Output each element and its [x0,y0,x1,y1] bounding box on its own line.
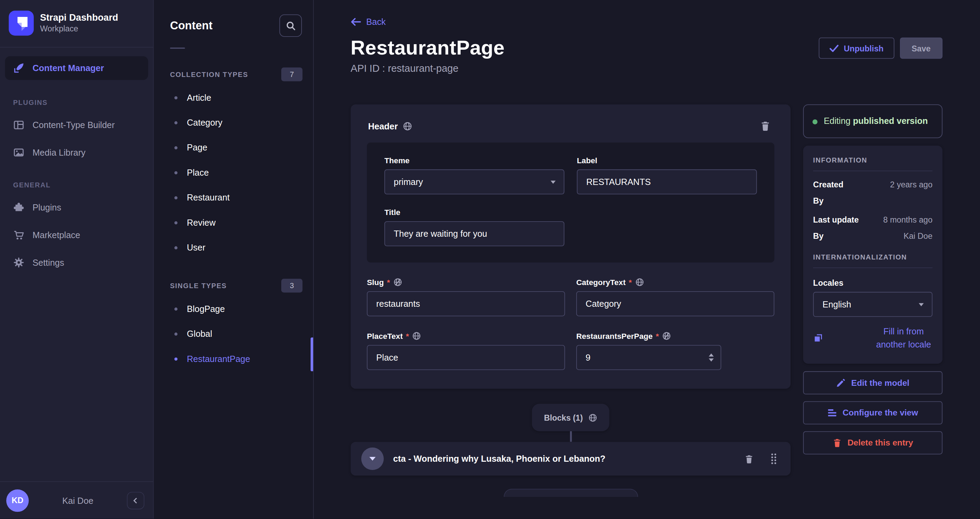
locale-select[interactable]: English [813,291,932,317]
subnav-item-blogpage[interactable]: BlogPage [154,296,313,321]
subnav-item-place[interactable]: Place [154,160,313,185]
single-types-list: BlogPage Global RestaurantPage [154,296,313,371]
single-types-label: SINGLE TYPES [170,282,227,290]
back-link[interactable]: Back [351,17,386,27]
sidebar-item-media-library[interactable]: Media Library [5,141,148,165]
sidebar-item-label: Plugins [32,202,61,213]
nav-footer: KD Kai Doe [0,481,153,519]
theme-select[interactable]: primary [384,169,565,194]
nav-divider [0,47,153,48]
number-stepper-icon[interactable] [709,353,714,361]
main-nav: Strapi Dashboard Workplace Content Manag… [0,0,154,519]
bullet-icon [174,171,177,174]
bullet-icon [174,246,177,249]
cart-icon [13,229,24,241]
gear-icon [13,257,24,268]
divider [813,170,932,171]
collection-types-count-badge: 7 [281,68,302,81]
blocks-connector [570,431,571,442]
trash-icon [832,438,842,447]
collection-types-list: Article Category Page Place Restaurant R… [154,85,313,260]
subnav-item-category[interactable]: Category [154,110,313,135]
main-content: Back RestaurantPage API ID : restaurant-… [314,0,980,519]
label-input[interactable]: RESTAURANTS [577,169,757,194]
subnav-title: Content [170,19,213,32]
sidebar-item-label: Marketplace [32,230,80,240]
list-settings-icon [827,408,837,417]
strapi-app: Strapi Dashboard Workplace Content Manag… [0,0,980,519]
subnav-item-restaurantpage[interactable]: RestaurantPage [154,346,313,371]
add-component-button[interactable] [503,489,638,497]
entry-sidebar: Editing published version INFORMATION Cr… [803,104,942,497]
api-id: API ID : restaurant-page [351,63,942,75]
placetext-field-group: PlaceText* Place [367,331,565,370]
content-type-builder-icon [13,119,24,131]
content-manager-icon [13,62,24,74]
plugins-section-label: PLUGINS [0,84,153,111]
delete-component-button[interactable] [757,118,773,134]
search-icon [285,21,296,31]
restaurantsperpage-field-group: RestaurantsPerPage* 9 [576,331,774,370]
avatar: KD [6,489,29,511]
form-card: Header [351,104,791,388]
globe-strike-icon [393,277,402,287]
component-name: Header [368,121,398,131]
sidebar-item-label: Media Library [32,147,86,158]
brand[interactable]: Strapi Dashboard Workplace [4,0,153,47]
fill-from-locale-link[interactable]: Fill in from another locale [813,325,932,351]
title-input[interactable]: They are waiting for you [384,221,565,246]
sidebar-item-content-type-builder[interactable]: Content-Type Builder [5,113,148,137]
bullet-icon [174,332,177,336]
published-dot-icon [813,119,818,124]
subnav-item-user[interactable]: User [154,235,313,260]
unpublish-button[interactable]: Unpublish [819,38,894,59]
subnav-item-page[interactable]: Page [154,135,313,160]
single-types-count-badge: 3 [281,279,302,293]
info-row-last-update: Last update 8 months ago [813,215,932,224]
caret-down-icon [369,457,375,461]
component-fields: Theme primary Label RESTAURANTS [367,143,774,263]
configure-view-button[interactable]: Configure the view [803,401,942,424]
bullet-icon [174,146,177,149]
header-actions: Unpublish Save [819,38,942,59]
subnav-item-global[interactable]: Global [154,321,313,346]
expand-block-button[interactable] [361,447,384,470]
sidebar-item-plugins[interactable]: Plugins [5,196,148,220]
drag-dots-icon [770,452,778,465]
sidebar-item-settings[interactable]: Settings [5,250,148,274]
delete-entry-button[interactable]: Delete this entry [803,431,942,454]
theme-field-group: Theme primary [384,156,565,194]
globe-strike-icon [662,331,671,341]
search-button[interactable] [280,14,302,37]
subnav-item-article[interactable]: Article [154,85,313,110]
sidebar-item-content-manager[interactable]: Content Manager [5,56,148,80]
brand-text: Strapi Dashboard Workplace [40,12,118,35]
collapse-nav-button[interactable] [127,492,145,509]
placetext-input[interactable]: Place [367,345,565,370]
subnav-item-restaurant[interactable]: Restaurant [154,185,313,210]
active-item-indicator [310,338,313,371]
user-name: Kai Doe [36,495,119,505]
bullet-icon [174,307,177,310]
blocks-field-label[interactable]: Blocks (1) [532,404,609,431]
edit-model-button[interactable]: Edit the model [803,371,942,394]
sidebar-item-marketplace[interactable]: Marketplace [5,223,148,247]
content-sub-nav: Content COLLECTION TYPES 7 Article Categ… [154,0,314,519]
puzzle-icon [13,202,24,213]
delete-block-button[interactable] [742,452,756,466]
save-button[interactable]: Save [900,38,942,59]
bullet-icon [174,96,177,99]
globe-icon [635,277,644,287]
categorytext-input[interactable]: Category [576,291,774,316]
info-row-updated-by: By Kai Doe [813,231,932,240]
media-library-icon [13,147,24,158]
slug-input[interactable]: restaurants [367,291,565,316]
categorytext-field-group: CategoryText* Category [576,277,774,316]
subnav-item-review[interactable]: Review [154,210,313,235]
drag-handle[interactable] [767,450,780,468]
collection-types-label: COLLECTION TYPES [170,71,248,78]
info-row-created-by: By [813,196,932,205]
restaurantsperpage-stepper[interactable]: 9 [576,345,721,370]
globe-icon [412,331,421,341]
strapi-logo-icon [9,11,33,35]
